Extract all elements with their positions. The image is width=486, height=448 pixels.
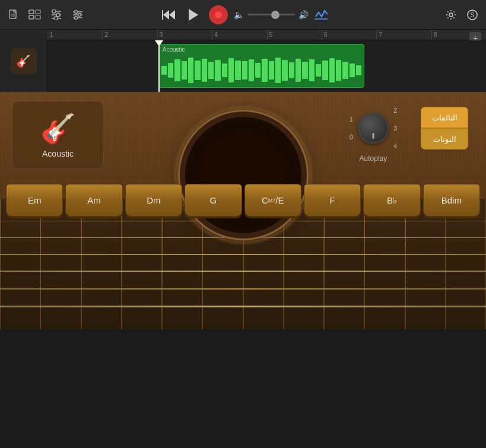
settings-icon[interactable] [71, 8, 84, 21]
autoplay-knob[interactable] [358, 113, 389, 144]
svg-point-12 [54, 17, 58, 20]
svg-rect-3 [29, 10, 34, 14]
volume-control: 🔈 🔊 [234, 10, 309, 20]
svg-rect-4 [29, 15, 34, 19]
record-button[interactable] [209, 5, 228, 24]
chord-row: Em Am Dm G CM7/E F B♭ Bdim [0, 184, 486, 217]
guitar-string-6[interactable] [0, 306, 486, 307]
volume-slider-track[interactable] [247, 14, 295, 15]
svg-rect-5 [36, 10, 40, 14]
gear-icon[interactable] [444, 8, 458, 21]
instrument-name: Acoustic [42, 149, 74, 158]
autoplay-knob-container: 1 0 2 3 4 [350, 107, 397, 150]
svg-point-24 [449, 13, 453, 17]
price-icon[interactable]: S [466, 8, 479, 21]
autoplay-section: 1 0 2 3 4 Autoplay [350, 107, 397, 163]
svg-marker-22 [189, 9, 198, 21]
knob-labels-left: 1 0 [350, 116, 353, 141]
playhead[interactable] [158, 40, 160, 92]
knob-label-4: 4 [393, 142, 397, 150]
instrument-top: 🎸 Acoustic 1 0 2 3 4 [0, 92, 486, 178]
svg-point-16 [75, 10, 78, 13]
knob-label-2: 2 [393, 107, 397, 114]
chord-key-em[interactable]: Em [6, 184, 63, 217]
ruler-mark-3: 3 [157, 30, 212, 40]
svg-rect-21 [162, 10, 163, 20]
chord-key-dm[interactable]: Dm [125, 184, 182, 217]
volume-slider-thumb[interactable] [271, 11, 279, 19]
guitar-body [148, 98, 338, 264]
master-track-icon[interactable] [315, 8, 328, 21]
track-thumbnail: 🎸 [11, 48, 37, 74]
rewind-button[interactable] [159, 5, 178, 24]
toolbar-left [7, 8, 84, 21]
knob-indicator [372, 133, 374, 139]
timeline-area: 🎸 1 2 3 4 5 6 7 8 + Acoustic [0, 30, 486, 92]
track-lane[interactable]: Acoustic [47, 40, 486, 92]
ruler-mark-2: 2 [102, 30, 157, 40]
autoplay-btn-2[interactable]: النونات [421, 128, 468, 150]
chord-key-am[interactable]: Am [65, 184, 122, 217]
soundhole-ring [178, 110, 309, 240]
acoustic-guitar-icon: 🎸 [40, 112, 76, 145]
guitar-string-5[interactable] [0, 288, 486, 290]
svg-marker-19 [163, 10, 169, 20]
svg-point-18 [75, 16, 78, 19]
ruler-marks: 1 2 3 4 5 6 7 8 [47, 30, 486, 40]
chord-key-f[interactable]: F [304, 184, 361, 217]
instrument-panel[interactable]: 🎸 Acoustic [12, 101, 104, 169]
chord-key-bb[interactable]: B♭ [363, 184, 420, 217]
ruler: 1 2 3 4 5 6 7 8 + [47, 30, 486, 40]
guitar-string-4[interactable] [0, 271, 486, 272]
knob-label-3: 3 [393, 125, 397, 132]
audio-clip[interactable]: Acoustic [158, 44, 364, 88]
volume-high-icon: 🔊 [298, 10, 309, 20]
transport-controls: 🔈 🔊 [159, 5, 328, 24]
svg-point-17 [78, 13, 81, 16]
svg-rect-6 [36, 15, 40, 19]
toolbar: 🔈 🔊 S [0, 0, 486, 30]
waveform [159, 56, 364, 84]
svg-text:S: S [471, 12, 475, 18]
play-button[interactable] [184, 5, 203, 24]
new-file-icon[interactable] [7, 8, 20, 21]
mixer-icon[interactable] [50, 8, 63, 21]
svg-point-11 [56, 13, 60, 17]
autoplay-btn-1[interactable]: التالفات [421, 107, 468, 128]
toolbar-right: S [444, 8, 479, 21]
knob-labels-right: 2 3 4 [393, 107, 397, 150]
chord-key-bdim[interactable]: Bdim [423, 184, 480, 217]
clip-label: Acoustic [163, 46, 185, 53]
playhead-marker [155, 40, 163, 46]
volume-low-icon: 🔈 [234, 10, 244, 20]
loop-icon[interactable] [28, 8, 42, 21]
ruler-mark-1: 1 [47, 30, 102, 40]
chord-key-g[interactable]: G [185, 184, 242, 217]
instrument-area: 🎸 Acoustic 1 0 2 3 4 [0, 92, 486, 329]
track-header[interactable]: 🎸 [0, 30, 47, 92]
timeline-content: 1 2 3 4 5 6 7 8 + Acoustic [47, 30, 486, 92]
knob-label-1: 1 [350, 116, 353, 123]
knob-label-0: 0 [350, 134, 353, 141]
ruler-mark-5: 5 [267, 30, 322, 40]
ruler-mark-7: 7 [376, 30, 431, 40]
svg-point-10 [52, 9, 56, 13]
ruler-mark-6: 6 [322, 30, 376, 40]
ruler-mark-4: 4 [212, 30, 266, 40]
svg-marker-20 [169, 10, 175, 20]
autoplay-buttons: التالفات النونات [421, 107, 468, 150]
autoplay-label: Autoplay [360, 154, 387, 163]
chord-key-cm7e[interactable]: CM7/E [244, 184, 301, 217]
